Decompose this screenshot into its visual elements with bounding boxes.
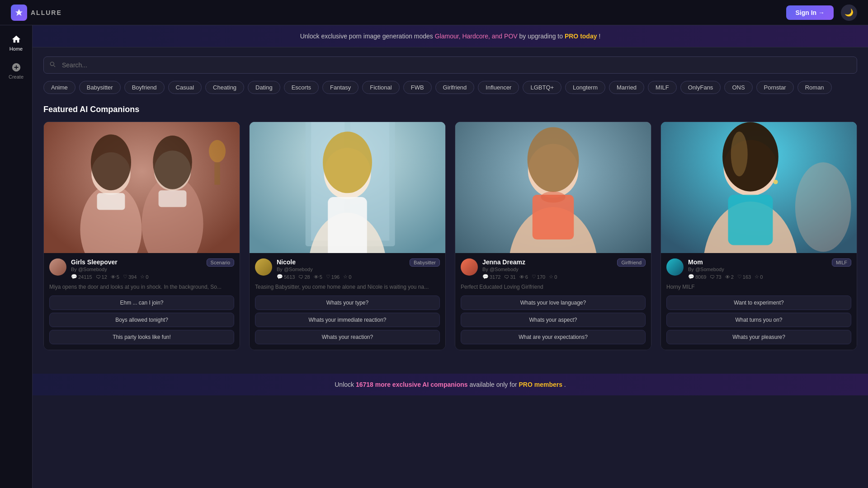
- banner-highlight: Glamour, Hardcore, and POV: [435, 33, 518, 40]
- card-stars-1: ☆ 0: [140, 274, 148, 280]
- action-2-2[interactable]: Whats your immediate reaction?: [255, 313, 440, 327]
- tag-fwb[interactable]: FWB: [403, 81, 432, 94]
- card-image-3: [455, 122, 651, 253]
- card-badge-3: Girlfriend: [617, 258, 646, 267]
- card-badge-4: MILF: [832, 258, 851, 267]
- card-likes-3: ♡ 170: [532, 274, 545, 280]
- action-3-1[interactable]: Whats your love language?: [461, 296, 646, 310]
- svg-point-6: [153, 136, 192, 189]
- action-3-2[interactable]: Whats your aspect?: [461, 313, 646, 327]
- card-nicole[interactable]: Nicole By @Somebody 💬 5613 🗨 28: [249, 122, 446, 350]
- bottom-pro: PRO members: [519, 381, 562, 388]
- eye-icon-2: 👁: [314, 274, 319, 280]
- card-image-2: [250, 122, 445, 253]
- comment-icon-4: 🗨: [710, 274, 715, 280]
- card-stats-3: 💬 3172 🗨 31 👁 6: [482, 274, 613, 280]
- card-stars-2: ☆ 0: [343, 274, 351, 280]
- svg-point-22: [528, 127, 579, 192]
- action-4-1[interactable]: Want to experiment?: [666, 296, 851, 310]
- action-4-3[interactable]: Whats your pleasure?: [666, 330, 851, 344]
- bottom-banner: Unlock 16718 more exclusive AI companion…: [33, 374, 868, 395]
- card-info-4: Mom By @Somebody 💬 8069 🗨 73: [661, 253, 857, 350]
- tag-roman[interactable]: Roman: [797, 81, 832, 94]
- avatar-1: [49, 258, 66, 276]
- svg-rect-8: [159, 190, 187, 207]
- dark-mode-button[interactable]: 🌙: [841, 5, 857, 21]
- eye-icon-1: 👁: [111, 274, 116, 280]
- star-icon-4: ☆: [755, 274, 759, 280]
- bottom-text-middle: available only for: [470, 381, 519, 388]
- action-1-3[interactable]: This party looks like fun!: [49, 330, 234, 344]
- action-4-2[interactable]: What turns you on?: [666, 313, 851, 327]
- avatar-3: [461, 258, 478, 276]
- card-comments-2: 🗨 28: [298, 274, 310, 280]
- tag-fantasy[interactable]: Fantasy: [322, 81, 359, 94]
- action-2-1[interactable]: Whats your type?: [255, 296, 440, 310]
- signin-button[interactable]: Sign In →: [786, 5, 834, 20]
- comment-icon-2: 🗨: [298, 274, 303, 280]
- logo-icon: [11, 5, 27, 21]
- search-input[interactable]: [43, 56, 857, 74]
- sidebar: Home Create: [0, 25, 33, 488]
- tag-onlyfans[interactable]: OnlyFans: [680, 81, 721, 94]
- tag-influencer[interactable]: Influencer: [478, 81, 519, 94]
- card-girls-sleepover[interactable]: Girls Sleepover By @Somebody 💬 24115 🗨 1…: [43, 122, 240, 350]
- main-content: Unlock exclusive porn image generation m…: [33, 25, 868, 395]
- tag-girlfriend[interactable]: Girlfriend: [435, 81, 475, 94]
- card-stars-4: ☆ 0: [755, 274, 763, 280]
- card-jenna[interactable]: Jenna Dreamz By @Somebody 💬 3172 🗨 31: [455, 122, 651, 350]
- card-meta-2: Nicole By @Somebody 💬 5613 🗨 28: [277, 258, 405, 280]
- tag-lgbtq[interactable]: LGBTQ+: [523, 81, 561, 94]
- card-header-2: Nicole By @Somebody 💬 5613 🗨 28: [255, 258, 440, 280]
- card-likes-4: ♡ 163: [737, 274, 751, 280]
- banner-text-before: Unlock exclusive porn image generation m…: [300, 33, 435, 40]
- cards-grid: Girls Sleepover By @Somebody 💬 24115 🗨 1…: [43, 122, 857, 350]
- eye-icon-4: 👁: [725, 274, 730, 280]
- tag-fictional[interactable]: Fictional: [362, 81, 399, 94]
- tag-escorts[interactable]: Escorts: [284, 81, 319, 94]
- tag-casual[interactable]: Casual: [168, 81, 202, 94]
- eye-icon-3: 👁: [519, 274, 524, 280]
- tag-dating[interactable]: Dating: [248, 81, 280, 94]
- home-icon: [11, 34, 21, 44]
- tag-anime[interactable]: Anime: [43, 81, 75, 94]
- card-image-4: [661, 122, 857, 253]
- comment-icon-3: 🗨: [504, 274, 509, 280]
- top-banner: Unlock exclusive porn image generation m…: [33, 25, 868, 47]
- card-info-2: Nicole By @Somebody 💬 5613 🗨 28: [250, 253, 445, 350]
- card-meta-1: Girls Sleepover By @Somebody 💬 24115 🗨 1…: [71, 258, 202, 280]
- tag-babysitter[interactable]: Babysitter: [79, 81, 121, 94]
- card-image-1: [44, 122, 240, 253]
- logo: ALLURE: [11, 5, 62, 21]
- card-meta-3: Jenna Dreamz By @Somebody 💬 3172 🗨 31: [482, 258, 613, 280]
- action-2-3[interactable]: Whats your reaction?: [255, 330, 440, 344]
- card-mom[interactable]: Mom By @Somebody 💬 8069 🗨 73: [660, 122, 857, 350]
- action-1-1[interactable]: Ehm ... can I join?: [49, 296, 234, 310]
- sidebar-item-create[interactable]: Create: [9, 62, 24, 80]
- tag-married[interactable]: Married: [609, 81, 644, 94]
- sidebar-item-home[interactable]: Home: [9, 34, 23, 52]
- tag-pornstar[interactable]: Pornstar: [756, 81, 794, 94]
- card-desc-4: Horny MILF: [666, 283, 851, 291]
- tag-cheating[interactable]: Cheating: [205, 81, 244, 94]
- topbar-right: Sign In → 🌙: [786, 5, 857, 21]
- heart-icon-3: ♡: [532, 274, 536, 280]
- svg-point-17: [323, 131, 372, 193]
- star-icon-3: ☆: [549, 274, 553, 280]
- card-by-1: By @Somebody: [71, 267, 202, 272]
- action-3-3[interactable]: What are your expectations?: [461, 330, 646, 344]
- tag-longterm[interactable]: Longterm: [565, 81, 605, 94]
- tag-ons[interactable]: ONS: [724, 81, 752, 94]
- tag-milf[interactable]: MILF: [648, 81, 677, 94]
- star-icon-2: ☆: [343, 274, 348, 280]
- card-stats-1: 💬 24115 🗨 12 👁 5: [71, 274, 202, 280]
- card-name-1: Girls Sleepover: [71, 258, 202, 266]
- card-messages-1: 💬 24115: [71, 274, 92, 280]
- svg-point-9: [209, 140, 226, 162]
- card-actions-2: Whats your type? Whats your immediate re…: [255, 296, 440, 344]
- card-views-4: 👁 2: [725, 274, 734, 280]
- topbar: ALLURE Sign In → 🌙: [0, 0, 868, 25]
- bottom-text-after: .: [564, 381, 566, 388]
- tag-boyfriend[interactable]: Boyfriend: [124, 81, 165, 94]
- action-1-2[interactable]: Boys allowed tonight?: [49, 313, 234, 327]
